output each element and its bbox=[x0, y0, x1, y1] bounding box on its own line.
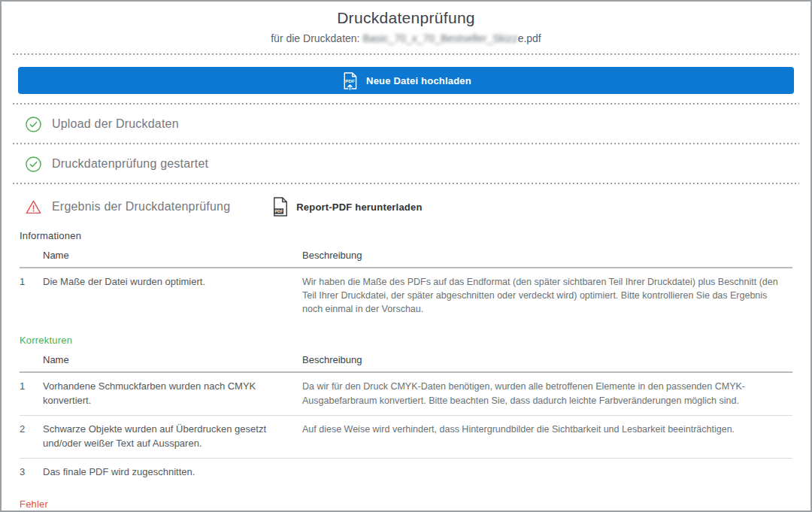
informationen-group: Informationen Name Beschreibung 1 Die Ma… bbox=[20, 230, 792, 323]
row-name: Das finale PDF wird zugeschnitten. bbox=[43, 458, 302, 486]
warning-triangle-icon bbox=[24, 198, 42, 216]
column-header-number bbox=[20, 244, 43, 268]
row-description: Da wir für den Druck CMYK-Daten benötige… bbox=[302, 373, 792, 415]
column-header-number bbox=[20, 349, 43, 373]
step-check-started-label: Druckdatenprüfung gestartet bbox=[52, 157, 208, 171]
row-description: Auf diese Weise wird verhindert, dass Hi… bbox=[302, 415, 792, 458]
column-header-name: Name bbox=[43, 244, 302, 268]
divider bbox=[13, 53, 799, 55]
column-header-description: Beschreibung bbox=[302, 244, 792, 268]
row-name: Schwarze Objekte wurden auf Überdrucken … bbox=[43, 415, 302, 458]
informationen-title: Informationen bbox=[20, 230, 792, 241]
row-description: Wir haben die Maße des PDFs auf das Endf… bbox=[302, 268, 792, 323]
download-report-label: Report-PDF herunterladen bbox=[296, 201, 422, 213]
step-upload-label: Upload der Druckdaten bbox=[52, 117, 179, 131]
column-header-description: Beschreibung bbox=[302, 349, 792, 373]
download-report-pdf-button[interactable]: PDF Report-PDF herunterladen bbox=[271, 198, 422, 216]
pdf-upload-icon: PDF bbox=[341, 71, 359, 89]
step-check-started: Druckdatenprüfung gestartet bbox=[2, 144, 810, 174]
subtitle-prefix: für die Druckdaten: bbox=[271, 32, 362, 44]
row-number: 1 bbox=[20, 373, 43, 415]
korrekturen-table: Name Beschreibung 1 Vorhandene Schmuckfa… bbox=[20, 349, 792, 486]
check-circle-icon bbox=[24, 115, 42, 133]
filename-suffix: e.pdf bbox=[518, 32, 541, 44]
pdf-file-icon: PDF bbox=[271, 198, 289, 216]
fehler-group: Fehler Name Beschreibung 1 Anschnitt feh… bbox=[20, 498, 792, 512]
result-section-header: Ergebnis der Druckdatenprüfung PDF Repor… bbox=[2, 184, 810, 218]
row-name: Vorhandene Schmuckfarben wurden nach CMY… bbox=[43, 373, 302, 415]
page-title: Druckdatenprüfung bbox=[2, 9, 810, 27]
fehler-title: Fehler bbox=[20, 498, 792, 510]
column-header-name: Name bbox=[43, 349, 302, 373]
row-number: 2 bbox=[20, 415, 43, 458]
step-upload: Upload der Druckdaten bbox=[2, 105, 810, 134]
row-number: 3 bbox=[20, 458, 43, 486]
page-header: Druckdatenprüfung für die Druckdaten: Ba… bbox=[2, 2, 810, 44]
svg-text:PDF: PDF bbox=[275, 209, 283, 214]
check-circle-icon bbox=[24, 155, 42, 173]
result-label: Ergebnis der Druckdatenprüfung bbox=[52, 200, 230, 214]
row-name: Die Maße der Datei wurden optimiert. bbox=[43, 268, 302, 323]
druckdatenpruefung-panel: Druckdatenprüfung für die Druckdaten: Ba… bbox=[0, 0, 812, 512]
page-subtitle: für die Druckdaten: Basic_70_x_70_Bestse… bbox=[2, 32, 810, 44]
upload-new-file-button[interactable]: PDF Neue Datei hochladen bbox=[18, 67, 794, 94]
row-number: 1 bbox=[20, 268, 43, 323]
filename-redacted: Basic_70_x_70_Bestseller_Skizz bbox=[362, 32, 517, 44]
korrekturen-group: Korrekturen Name Beschreibung 1 Vorhande… bbox=[20, 335, 792, 486]
upload-button-label: Neue Datei hochladen bbox=[366, 75, 471, 86]
svg-text:PDF: PDF bbox=[345, 78, 355, 83]
informationen-table: Name Beschreibung 1 Die Maße der Datei w… bbox=[20, 244, 792, 323]
row-description bbox=[302, 458, 792, 486]
korrekturen-title: Korrekturen bbox=[20, 335, 792, 346]
